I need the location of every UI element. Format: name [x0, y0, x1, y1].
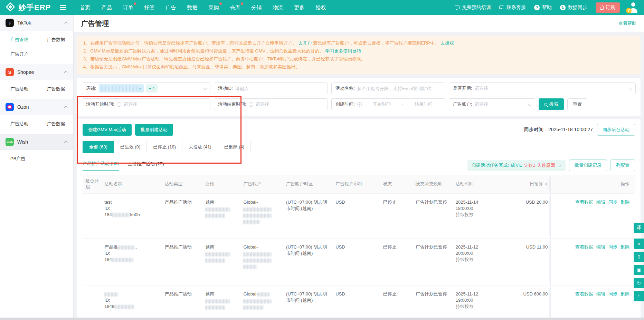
create-time-filter[interactable]: 创建时间: 开始时间 - 结束时间: [331, 98, 445, 110]
fail-reason-link[interactable]: 失败原因: [537, 162, 555, 168]
sidebar-item-ad-account-open[interactable]: 广告开户: [0, 47, 37, 61]
view-data-link[interactable]: 查看数据: [575, 291, 593, 297]
start-time-filter[interactable]: 活动开始时间: 请选择: [82, 98, 210, 110]
user-avatar[interactable]: V: [628, 2, 638, 13]
sidebar-item-shopee-ad-data[interactable]: 广告数据: [37, 82, 73, 96]
filter-panel: 店铺: × + 1 活动ID: 活动名称: 是否开启: 请选择 活动开始时间:: [77, 78, 641, 116]
chevron-down-icon: [629, 87, 632, 90]
col-status: 状态: [380, 175, 413, 193]
delete-link[interactable]: 删除: [621, 199, 629, 205]
sidebar-group-wish[interactable]: wish Wish: [0, 134, 73, 150]
badge-close-icon[interactable]: ×: [559, 163, 561, 168]
nav-item-logistics[interactable]: 物流: [267, 0, 288, 15]
sidebar-item-ad-management[interactable]: 广告管理: [0, 32, 37, 47]
mobile-view-button[interactable]: ▯: [634, 252, 644, 262]
authorize-link[interactable]: 去授权: [441, 40, 454, 46]
edit-link[interactable]: 编辑: [596, 291, 605, 297]
batch-create-button[interactable]: 批量创建活动: [135, 124, 173, 136]
activity-name-input[interactable]: [357, 86, 441, 91]
back-to-top-button[interactable]: ↑: [634, 291, 644, 301]
help-link[interactable]: ? 帮助: [534, 4, 552, 11]
subscribe-button[interactable]: 订购: [596, 2, 620, 13]
view-data-link[interactable]: 查看数据: [575, 199, 593, 205]
data-sync-link[interactable]: ↻ 数据同步: [560, 4, 587, 11]
screenshot-button[interactable]: ▣: [634, 265, 644, 275]
tab-active[interactable]: 已生效 (0): [114, 141, 147, 153]
sort-icons[interactable]: ▲▼: [545, 182, 548, 186]
refresh-button[interactable]: ↻: [634, 278, 644, 288]
edit-link[interactable]: 编辑: [596, 199, 605, 205]
tab-product-promotion[interactable]: 产品推广活动 (38): [83, 161, 119, 171]
nav-item-data[interactable]: 数据: [181, 0, 203, 15]
sync-backend-button[interactable]: 同步后台活动: [597, 124, 635, 136]
free-training-link[interactable]: 免费预约培训: [455, 4, 491, 11]
delete-link[interactable]: 删除: [621, 291, 629, 297]
activity-name-filter[interactable]: 活动名称:: [331, 83, 445, 94]
nav-item-home[interactable]: 首页: [74, 0, 96, 15]
shop-filter[interactable]: 店铺: × + 1: [82, 83, 210, 94]
nav-item-hosting[interactable]: 托管: [139, 0, 160, 15]
tab-not-delivered[interactable]: 未投放 (41): [182, 141, 218, 153]
tab-all[interactable]: 全部 (63): [83, 141, 114, 153]
sidebar-group-tiktok[interactable]: ♪ TikTok: [0, 15, 73, 31]
view-help-link[interactable]: 查看帮助: [618, 20, 636, 27]
sync-link[interactable]: 同步: [608, 244, 617, 250]
nav-item-orders[interactable]: 订单: [117, 0, 139, 15]
tab-deleted[interactable]: 已删除 (4): [218, 141, 251, 153]
collapse-panel-button[interactable]: »: [634, 239, 644, 249]
nav-item-more[interactable]: 更多: [288, 0, 310, 15]
question-icon: ?: [534, 5, 540, 10]
notice-line-4: 4、根据官方提示，GMV Max 目前仅面向印度尼西亚、马来西亚、菲律宾、泰国、…: [83, 63, 634, 71]
nav-item-warehouse[interactable]: 仓库: [224, 0, 246, 15]
end-time-filter[interactable]: 活动结束时间: 请选择: [214, 98, 328, 110]
sidebar-item-ozon-ad-data[interactable]: 广告数据: [37, 117, 73, 131]
sidebar-group-shopee[interactable]: S Shopee: [0, 64, 73, 80]
ad-account-filter[interactable]: 广告账户: 请选择: [449, 98, 535, 110]
menu-toggle-icon[interactable]: [60, 5, 66, 10]
edit-link[interactable]: 编辑: [596, 244, 605, 250]
notice-banner: 1、在使用广告管理功能之前，请确认您是否已经拥有广告账户。若没有，您可以点击去开…: [77, 36, 641, 74]
chevron-up-icon: [64, 106, 68, 109]
sidebar-group-ozon[interactable]: Ozon: [0, 99, 73, 115]
nav-item-purchase[interactable]: 采购: [203, 0, 224, 15]
campaign-name-cell: 产品推.. ID: 184: [102, 239, 162, 285]
learn-more-link[interactable]: 学习更多使用技巧: [325, 48, 361, 54]
col-budget[interactable]: 日预算▲▼: [510, 175, 550, 193]
search-icon: [544, 103, 547, 106]
col-type: 活动类型: [162, 175, 203, 193]
reset-button[interactable]: 重置: [567, 98, 587, 110]
search-button[interactable]: 搜索: [539, 98, 564, 110]
tab-stopped[interactable]: 已停止 (18): [147, 141, 182, 153]
sync-link[interactable]: 同步: [608, 199, 617, 205]
nav-item-authorize[interactable]: 授权: [310, 0, 331, 15]
nav-item-ads[interactable]: 广告: [160, 0, 181, 15]
contact-support-link[interactable]: 联系客服: [499, 4, 526, 11]
sync-link[interactable]: 同步: [608, 291, 617, 297]
view-data-link[interactable]: 查看数据: [575, 244, 593, 250]
notice-line-3: 3、若店铺无法创建GMV Max广告活动，请先检查店铺是否已经和广告账户、商务中…: [83, 55, 634, 63]
tab-live-promotion[interactable]: 直播推广活动 (25): [128, 161, 164, 170]
batch-record-button[interactable]: 批量创建记录: [569, 159, 607, 171]
chevron-down-icon: [528, 103, 532, 106]
avatar-person-icon: [631, 2, 635, 7]
chevron-up-icon: [64, 22, 68, 25]
sidebar-item-ozon-campaigns[interactable]: 广告活动: [0, 117, 37, 131]
tag-close-icon[interactable]: ×: [139, 86, 142, 91]
activity-id-filter[interactable]: 活动ID:: [214, 83, 328, 94]
shop-tag: ×: [99, 84, 144, 93]
sidebar-item-ad-data[interactable]: 广告数据: [37, 32, 73, 47]
column-config-button[interactable]: 列配置: [610, 159, 635, 171]
open-account-link[interactable]: 去开户: [298, 40, 312, 46]
nav-item-distribution[interactable]: 分销: [246, 0, 267, 15]
nav-item-products[interactable]: 产品: [96, 0, 117, 15]
sidebar-item-pb-ads[interactable]: PB广告: [0, 152, 37, 166]
shop-cell: 越南: [202, 194, 240, 238]
create-gmv-max-button[interactable]: 创建GMV Max活动: [83, 124, 132, 136]
app-logo[interactable]: 妙手ERP: [6, 2, 51, 13]
enabled-filter[interactable]: 是否开启: 请选择: [449, 83, 636, 94]
delete-link[interactable]: 删除: [621, 244, 629, 250]
translate-button[interactable]: 译: [634, 223, 644, 233]
campaign-table: 是否开启 活动名称 活动类型 店铺 广告账户 广告账户时区 广告账户币种 状态 …: [83, 175, 635, 320]
activity-id-input[interactable]: [235, 86, 324, 91]
sidebar-item-shopee-campaigns[interactable]: 广告活动: [0, 82, 37, 96]
